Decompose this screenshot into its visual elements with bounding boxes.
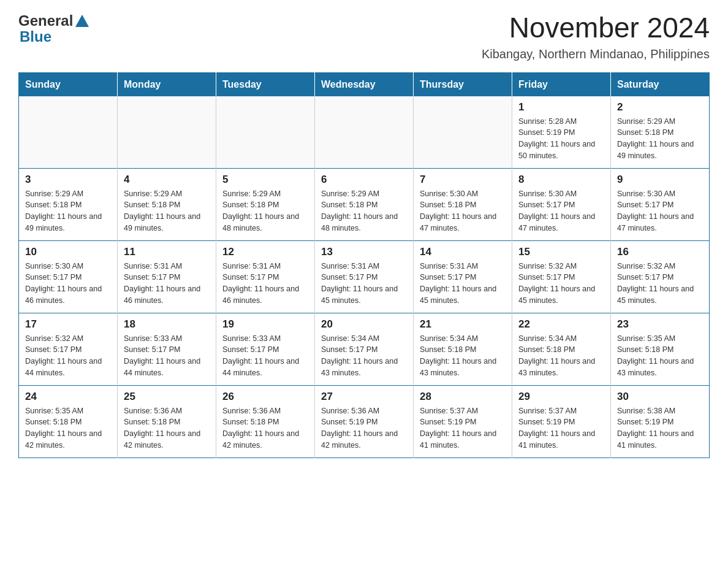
day-info: Sunrise: 5:31 AMSunset: 5:17 PMDaylight:… xyxy=(124,261,210,307)
day-info: Sunrise: 5:30 AMSunset: 5:18 PMDaylight:… xyxy=(420,188,506,234)
page-header: General Blue November 2024 Kibangay, Nor… xyxy=(18,12,710,61)
page-subtitle: Kibangay, Northern Mindanao, Philippines xyxy=(482,47,710,61)
calendar-week-row: 17Sunrise: 5:32 AMSunset: 5:17 PMDayligh… xyxy=(19,313,710,385)
page-title: November 2024 xyxy=(482,12,710,44)
day-info: Sunrise: 5:32 AMSunset: 5:17 PMDaylight:… xyxy=(25,333,111,379)
day-info: Sunrise: 5:28 AMSunset: 5:19 PMDaylight:… xyxy=(518,116,604,162)
calendar-day-header: Wednesday xyxy=(315,72,414,96)
calendar-cell: 25Sunrise: 5:36 AMSunset: 5:18 PMDayligh… xyxy=(118,385,216,458)
calendar-header-row: SundayMondayTuesdayWednesdayThursdayFrid… xyxy=(19,72,710,96)
day-number: 5 xyxy=(222,174,308,186)
day-number: 15 xyxy=(518,246,604,258)
day-info: Sunrise: 5:31 AMSunset: 5:17 PMDaylight:… xyxy=(222,261,308,307)
calendar-table: SundayMondayTuesdayWednesdayThursdayFrid… xyxy=(18,72,710,458)
day-info: Sunrise: 5:29 AMSunset: 5:18 PMDaylight:… xyxy=(124,188,210,234)
day-info: Sunrise: 5:34 AMSunset: 5:17 PMDaylight:… xyxy=(321,333,407,379)
title-section: November 2024 Kibangay, Northern Mindana… xyxy=(482,12,710,61)
day-number: 30 xyxy=(617,391,703,403)
calendar-cell: 20Sunrise: 5:34 AMSunset: 5:17 PMDayligh… xyxy=(315,313,414,385)
svg-marker-0 xyxy=(75,15,89,27)
day-number: 28 xyxy=(420,391,506,403)
calendar-week-row: 1Sunrise: 5:28 AMSunset: 5:19 PMDaylight… xyxy=(19,96,710,169)
calendar-day-header: Friday xyxy=(512,72,611,96)
day-number: 23 xyxy=(617,318,703,331)
calendar-cell: 26Sunrise: 5:36 AMSunset: 5:18 PMDayligh… xyxy=(216,385,315,458)
day-info: Sunrise: 5:31 AMSunset: 5:17 PMDaylight:… xyxy=(420,261,506,307)
calendar-cell: 12Sunrise: 5:31 AMSunset: 5:17 PMDayligh… xyxy=(216,240,315,313)
calendar-cell: 28Sunrise: 5:37 AMSunset: 5:19 PMDayligh… xyxy=(414,385,512,458)
day-info: Sunrise: 5:36 AMSunset: 5:18 PMDaylight:… xyxy=(222,405,308,451)
day-number: 13 xyxy=(321,246,407,258)
calendar-cell: 8Sunrise: 5:30 AMSunset: 5:17 PMDaylight… xyxy=(512,168,611,240)
day-number: 16 xyxy=(617,246,703,258)
day-number: 14 xyxy=(420,246,506,258)
calendar-day-header: Saturday xyxy=(611,72,710,96)
day-number: 12 xyxy=(222,246,308,258)
calendar-day-header: Sunday xyxy=(19,72,118,96)
day-number: 29 xyxy=(518,391,604,403)
day-number: 24 xyxy=(25,391,111,403)
calendar-week-row: 10Sunrise: 5:30 AMSunset: 5:17 PMDayligh… xyxy=(19,240,710,313)
day-number: 22 xyxy=(518,318,604,331)
day-number: 27 xyxy=(321,391,407,403)
day-info: Sunrise: 5:36 AMSunset: 5:19 PMDaylight:… xyxy=(321,405,407,451)
calendar-cell: 13Sunrise: 5:31 AMSunset: 5:17 PMDayligh… xyxy=(315,240,414,313)
day-number: 26 xyxy=(222,391,308,403)
calendar-cell: 21Sunrise: 5:34 AMSunset: 5:18 PMDayligh… xyxy=(414,313,512,385)
calendar-week-row: 3Sunrise: 5:29 AMSunset: 5:18 PMDaylight… xyxy=(19,168,710,240)
day-info: Sunrise: 5:29 AMSunset: 5:18 PMDaylight:… xyxy=(222,188,308,234)
calendar-cell: 14Sunrise: 5:31 AMSunset: 5:17 PMDayligh… xyxy=(414,240,512,313)
calendar-cell: 22Sunrise: 5:34 AMSunset: 5:18 PMDayligh… xyxy=(512,313,611,385)
calendar-cell: 17Sunrise: 5:32 AMSunset: 5:17 PMDayligh… xyxy=(19,313,118,385)
day-info: Sunrise: 5:37 AMSunset: 5:19 PMDaylight:… xyxy=(518,405,604,451)
day-number: 7 xyxy=(420,174,506,186)
day-info: Sunrise: 5:35 AMSunset: 5:18 PMDaylight:… xyxy=(25,405,111,451)
calendar-cell: 1Sunrise: 5:28 AMSunset: 5:19 PMDaylight… xyxy=(512,96,611,169)
calendar-cell: 29Sunrise: 5:37 AMSunset: 5:19 PMDayligh… xyxy=(512,385,611,458)
day-number: 20 xyxy=(321,318,407,331)
calendar-cell: 11Sunrise: 5:31 AMSunset: 5:17 PMDayligh… xyxy=(118,240,216,313)
day-number: 25 xyxy=(124,391,210,403)
calendar-cell xyxy=(118,96,216,169)
calendar-cell: 24Sunrise: 5:35 AMSunset: 5:18 PMDayligh… xyxy=(19,385,118,458)
calendar-cell: 6Sunrise: 5:29 AMSunset: 5:18 PMDaylight… xyxy=(315,168,414,240)
day-number: 17 xyxy=(25,318,111,331)
calendar-cell: 3Sunrise: 5:29 AMSunset: 5:18 PMDaylight… xyxy=(19,168,118,240)
day-info: Sunrise: 5:31 AMSunset: 5:17 PMDaylight:… xyxy=(321,261,407,307)
day-info: Sunrise: 5:34 AMSunset: 5:18 PMDaylight:… xyxy=(518,333,604,379)
day-info: Sunrise: 5:34 AMSunset: 5:18 PMDaylight:… xyxy=(420,333,506,379)
day-number: 3 xyxy=(25,174,111,186)
calendar-cell xyxy=(216,96,315,169)
day-info: Sunrise: 5:35 AMSunset: 5:18 PMDaylight:… xyxy=(617,333,703,379)
day-info: Sunrise: 5:30 AMSunset: 5:17 PMDaylight:… xyxy=(25,261,111,307)
day-info: Sunrise: 5:32 AMSunset: 5:17 PMDaylight:… xyxy=(518,261,604,307)
logo-general-text: General xyxy=(18,12,73,29)
day-number: 4 xyxy=(124,174,210,186)
day-number: 21 xyxy=(420,318,506,331)
calendar-cell: 2Sunrise: 5:29 AMSunset: 5:18 PMDaylight… xyxy=(611,96,710,169)
day-number: 18 xyxy=(124,318,210,331)
calendar-cell: 23Sunrise: 5:35 AMSunset: 5:18 PMDayligh… xyxy=(611,313,710,385)
day-number: 9 xyxy=(617,174,703,186)
calendar-cell: 27Sunrise: 5:36 AMSunset: 5:19 PMDayligh… xyxy=(315,385,414,458)
day-info: Sunrise: 5:33 AMSunset: 5:17 PMDaylight:… xyxy=(124,333,210,379)
day-info: Sunrise: 5:36 AMSunset: 5:18 PMDaylight:… xyxy=(124,405,210,451)
day-number: 2 xyxy=(617,101,703,113)
calendar-cell xyxy=(414,96,512,169)
logo-triangle-icon xyxy=(75,15,89,29)
day-info: Sunrise: 5:29 AMSunset: 5:18 PMDaylight:… xyxy=(617,116,703,162)
day-number: 1 xyxy=(518,101,604,113)
day-info: Sunrise: 5:30 AMSunset: 5:17 PMDaylight:… xyxy=(518,188,604,234)
day-info: Sunrise: 5:29 AMSunset: 5:18 PMDaylight:… xyxy=(25,188,111,234)
day-number: 8 xyxy=(518,174,604,186)
calendar-cell: 15Sunrise: 5:32 AMSunset: 5:17 PMDayligh… xyxy=(512,240,611,313)
calendar-cell: 30Sunrise: 5:38 AMSunset: 5:19 PMDayligh… xyxy=(611,385,710,458)
day-number: 6 xyxy=(321,174,407,186)
calendar-cell: 10Sunrise: 5:30 AMSunset: 5:17 PMDayligh… xyxy=(19,240,118,313)
calendar-week-row: 24Sunrise: 5:35 AMSunset: 5:18 PMDayligh… xyxy=(19,385,710,458)
calendar-day-header: Tuesday xyxy=(216,72,315,96)
calendar-cell: 7Sunrise: 5:30 AMSunset: 5:18 PMDaylight… xyxy=(414,168,512,240)
day-info: Sunrise: 5:38 AMSunset: 5:19 PMDaylight:… xyxy=(617,405,703,451)
calendar-day-header: Thursday xyxy=(414,72,512,96)
day-number: 10 xyxy=(25,246,111,258)
